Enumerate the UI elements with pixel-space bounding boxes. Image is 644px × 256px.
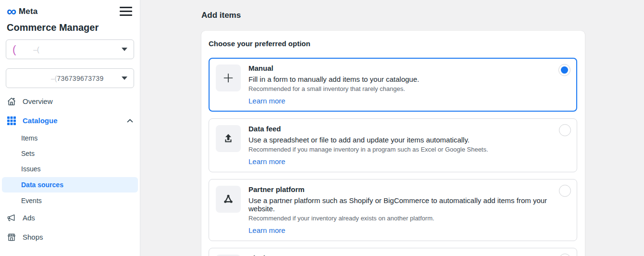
chevron-down-icon — [122, 48, 127, 51]
app-title: Commerce Manager — [7, 22, 133, 33]
home-icon — [7, 97, 16, 106]
megaphone-icon — [7, 213, 16, 223]
sidebar-item-ads[interactable]: Ads — [0, 208, 140, 228]
sidebar-item-shops[interactable]: Shops — [0, 228, 140, 247]
option-description: Use a spreadsheet or file to add and upd… — [248, 136, 488, 144]
option-data-feed[interactable]: Data feed Use a spreadsheet or file to a… — [209, 118, 577, 172]
option-title: Pixel — [248, 254, 474, 256]
redacted-business-name: ( — [12, 45, 16, 54]
option-text: Manual Fill in a form to manually add it… — [248, 64, 419, 105]
sidebar-item-issues[interactable]: Issues — [0, 161, 140, 177]
option-title: Data feed — [248, 125, 488, 133]
option-note: Recommended for a small inventory that r… — [248, 85, 419, 92]
page-title: Add items — [201, 11, 644, 20]
chevron-up-icon[interactable] — [127, 119, 133, 123]
add-items-card: Choose your preferred option Manual Fill… — [201, 31, 585, 256]
sidebar: ∞ Meta Commerce Manager ( –( –( 73673967… — [0, 0, 140, 256]
sidebar-item-data-sources[interactable]: Data sources — [2, 177, 138, 192]
option-pixel[interactable]: Pixel Use your Facebook pixel to automat… — [209, 248, 577, 256]
hamburger-menu-icon[interactable] — [119, 6, 133, 17]
option-note: Recommended if you manage inventory in a… — [248, 146, 488, 153]
sidebar-item-events[interactable]: Events — [0, 193, 140, 208]
option-manual[interactable]: Manual Fill in a form to manually add it… — [209, 58, 577, 112]
sidebar-item-catalogue[interactable]: Catalogue — [0, 111, 140, 130]
option-description: Use a partner platform such as Shopify o… — [248, 196, 570, 213]
catalogue-sub-menu: Items Sets Issues Data sources Events — [0, 130, 140, 208]
radio-unselected[interactable] — [559, 254, 571, 256]
option-text: Data feed Use a spreadsheet or file to a… — [248, 125, 488, 166]
learn-more-link[interactable]: Learn more — [248, 157, 285, 166]
catalogue-id-value: 736739673739 — [57, 75, 103, 82]
sidebar-item-label: Shops — [23, 232, 43, 242]
option-text: Pixel Use your Facebook pixel to automat… — [248, 254, 474, 256]
option-description: Fill in a form to manually add items to … — [248, 75, 419, 83]
learn-more-link[interactable]: Learn more — [248, 226, 285, 234]
upload-icon — [216, 125, 241, 152]
commerce-manager-app: ∞ Meta Commerce Manager ( –( –( 73673967… — [0, 0, 644, 256]
sidebar-item-label: Catalogue — [23, 116, 58, 126]
plus-icon — [216, 64, 241, 91]
meta-brand-label: Meta — [19, 7, 38, 16]
main-content: Add items Choose your preferred option M… — [140, 0, 644, 256]
learn-more-link[interactable]: Learn more — [248, 97, 285, 105]
grid-icon — [7, 116, 16, 126]
sidebar-nav: Overview Catalogue Ite — [0, 92, 140, 247]
sidebar-item-sets[interactable]: Sets — [0, 146, 140, 161]
sidebar-item-items[interactable]: Items — [0, 130, 140, 146]
meta-infinity-icon: ∞ — [7, 7, 16, 16]
sidebar-item-label: Ads — [23, 213, 35, 223]
option-note: Recommended if your inventory already ex… — [248, 215, 570, 222]
sidebar-header: ∞ Meta — [0, 0, 140, 17]
catalogue-selector-dropdown[interactable]: –( 736739673739 — [6, 68, 134, 88]
chevron-down-icon — [122, 77, 127, 80]
business-selector-dropdown[interactable]: ( –( — [6, 39, 134, 59]
radio-selected[interactable] — [558, 64, 570, 76]
card-title: Choose your preferred option — [209, 39, 577, 48]
option-title: Manual — [248, 64, 419, 72]
sidebar-item-label: Overview — [23, 97, 53, 106]
radio-unselected[interactable] — [559, 124, 571, 136]
radio-unselected[interactable] — [559, 185, 571, 197]
option-text: Partner platform Use a partner platform … — [248, 185, 570, 235]
option-title: Partner platform — [248, 185, 570, 193]
meta-logo: ∞ Meta — [7, 7, 38, 16]
sidebar-item-overview[interactable]: Overview — [0, 92, 140, 111]
partner-network-icon — [216, 186, 241, 213]
storefront-icon — [7, 232, 16, 242]
option-partner-platform[interactable]: Partner platform Use a partner platform … — [209, 179, 577, 241]
